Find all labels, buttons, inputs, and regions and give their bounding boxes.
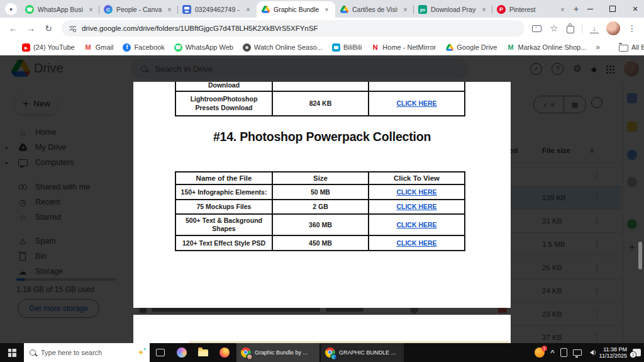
document-heading: #14. Photoshop Powerpack Collection bbox=[133, 130, 511, 144]
facebook-icon: f bbox=[123, 43, 131, 52]
firefox-icon bbox=[219, 348, 230, 358]
page2-banner-edge bbox=[189, 341, 509, 343]
column-header-name: Name of the File bbox=[175, 172, 272, 184]
tab-search-chevron-icon[interactable] bbox=[5, 3, 17, 15]
tab-close-icon[interactable] bbox=[244, 6, 252, 14]
bookmark-label: Home - NetMirror bbox=[382, 43, 436, 51]
click-here-link[interactable]: CLICK HERE bbox=[396, 239, 436, 247]
restore-button[interactable] bbox=[601, 0, 624, 18]
tab-close-icon[interactable] bbox=[87, 6, 95, 14]
file-name-cell: 150+ Infographic Elements: bbox=[175, 184, 272, 200]
bookmark-facebook[interactable]: f Facebook bbox=[123, 43, 164, 52]
file-name-cell: 120+ Text Effect Style PSD bbox=[175, 235, 272, 251]
bing-sparkle-icon: ✦ bbox=[138, 348, 144, 357]
start-button[interactable] bbox=[0, 343, 24, 362]
volume-icon[interactable] bbox=[587, 350, 594, 355]
all-bookmarks-button[interactable]: All Bookmarks bbox=[619, 43, 644, 52]
browser-tab-whatsapp[interactable]: WhatsApp Busin bbox=[21, 1, 99, 18]
browser-menu-icon[interactable] bbox=[628, 20, 636, 37]
hidden-icons-chevron[interactable]: ^ bbox=[550, 349, 554, 356]
bookmarks-overflow-icon[interactable] bbox=[596, 43, 600, 52]
column-header-view: Click To View bbox=[369, 172, 465, 184]
bookmark-label: (24) YouTube bbox=[33, 43, 75, 51]
profile-mini-badge bbox=[331, 354, 337, 360]
file-size-cell: 360 MB bbox=[272, 214, 369, 235]
tray-app-icon[interactable]: 1 bbox=[535, 348, 545, 358]
window-controls bbox=[579, 0, 644, 18]
click-here-link[interactable]: CLICK HERE bbox=[396, 221, 436, 229]
file-size-cell: 2 GB bbox=[272, 200, 369, 214]
click-here-cell: CLICK HERE bbox=[369, 91, 465, 116]
minimize-button[interactable] bbox=[579, 0, 601, 18]
browser-tab-pexels[interactable]: px Download Praye bbox=[414, 1, 492, 18]
google-drive-icon bbox=[445, 43, 453, 52]
install-app-icon[interactable] bbox=[532, 25, 541, 32]
time-text: 11:38 PM bbox=[599, 346, 627, 353]
network-icon[interactable] bbox=[573, 349, 582, 356]
preview-scrollbar-thumb[interactable] bbox=[638, 242, 642, 269]
copilot-button[interactable] bbox=[171, 343, 192, 362]
browser-tab-graphic-bundle-active[interactable]: Graphic Bundle | bbox=[257, 1, 335, 18]
taskbar-task-chrome-bundle[interactable]: GRAPHIC BUNDLE ... bbox=[321, 343, 404, 362]
tab-close-icon[interactable] bbox=[558, 6, 567, 14]
click-here-link[interactable]: CLICK HERE bbox=[396, 188, 436, 196]
browser-toolbar: drive.google.com/drive/folders/1UBftGjgc… bbox=[0, 18, 644, 39]
bookmark-watch-online[interactable]: Watch Online Seaso... bbox=[243, 43, 323, 52]
copilot-icon bbox=[177, 348, 187, 358]
tab-close-icon[interactable] bbox=[323, 6, 331, 14]
taskbar-search-box[interactable]: Type here to search ✦ bbox=[24, 343, 150, 362]
tab-close-icon[interactable] bbox=[480, 6, 488, 14]
bilibili-icon bbox=[332, 43, 340, 52]
film-icon bbox=[243, 43, 251, 52]
browser-tab-printer[interactable]: 03249462749 - bbox=[178, 1, 257, 18]
netmirror-icon: N bbox=[371, 43, 379, 52]
whatsapp-icon bbox=[25, 5, 34, 14]
tab-close-icon[interactable] bbox=[165, 6, 174, 14]
table-cell bbox=[369, 82, 465, 91]
browser-tab-cartoes[interactable]: Cartões de Visit bbox=[335, 1, 414, 18]
browser-tab-canva[interactable]: C People - Canva bbox=[99, 1, 178, 18]
tab-close-icon[interactable] bbox=[401, 6, 409, 14]
bookmark-bilibili[interactable]: BiliBili bbox=[332, 43, 362, 52]
taskbar-clock[interactable]: 11:38 PM 11/12/2025 bbox=[599, 346, 627, 359]
tab-title: WhatsApp Busin bbox=[38, 6, 83, 13]
profile-mini-avatar bbox=[247, 354, 253, 360]
pexels-icon: px bbox=[418, 5, 427, 14]
profile-avatar[interactable] bbox=[606, 21, 620, 35]
page-content: Drive Search in Drive New bbox=[0, 55, 644, 343]
extensions-icon[interactable] bbox=[567, 26, 574, 33]
close-button[interactable] bbox=[624, 0, 644, 18]
bookmark-youtube[interactable]: (24) YouTube bbox=[22, 43, 75, 52]
action-center-badge: 1 bbox=[630, 351, 636, 358]
browser-window: WhatsApp Busin C People - Canva 03249462… bbox=[0, 0, 644, 362]
address-bar[interactable]: drive.google.com/drive/folders/1UBftGjgc… bbox=[62, 20, 525, 37]
bookmark-star-icon[interactable] bbox=[549, 20, 559, 37]
firefox-button[interactable] bbox=[214, 343, 235, 362]
bookmark-label: Facebook bbox=[134, 43, 164, 51]
pinterest-icon: P bbox=[497, 5, 506, 14]
document-page-2 bbox=[133, 315, 511, 343]
click-here-link[interactable]: CLICK HERE bbox=[396, 203, 436, 210]
forward-button[interactable] bbox=[23, 20, 39, 37]
bookmark-whatsapp-web[interactable]: WhatsApp Web bbox=[174, 43, 233, 52]
back-button[interactable] bbox=[5, 20, 21, 37]
bookmark-markaz[interactable]: M Markaz Online Shop... bbox=[506, 43, 586, 52]
downloads-icon[interactable] bbox=[590, 24, 599, 33]
tablet-mode-icon[interactable] bbox=[560, 348, 567, 357]
new-tab-button[interactable] bbox=[574, 2, 579, 16]
action-center-icon[interactable]: 1 bbox=[633, 349, 641, 356]
task-label: GRAPHIC BUNDLE ... bbox=[339, 349, 396, 356]
reload-button[interactable] bbox=[40, 20, 57, 37]
browser-tab-pinterest[interactable]: P Pinterest bbox=[492, 1, 571, 18]
bookmark-gmail[interactable]: M Gmail bbox=[84, 43, 114, 52]
site-settings-icon[interactable] bbox=[69, 26, 76, 31]
tab-title: 03249462749 - bbox=[195, 6, 240, 13]
bookmark-label: Google Drive bbox=[457, 43, 497, 51]
bookmark-netmirror[interactable]: N Home - NetMirror bbox=[371, 43, 436, 52]
click-here-link[interactable]: CLICK HERE bbox=[396, 99, 436, 107]
task-view-button[interactable] bbox=[150, 343, 171, 362]
bookmark-google-drive[interactable]: Google Drive bbox=[445, 43, 497, 52]
file-size-cell: 824 KB bbox=[272, 91, 369, 116]
taskbar-task-chrome-drive[interactable]: Graphic Bundle by ... bbox=[236, 343, 319, 362]
file-explorer-button[interactable] bbox=[192, 343, 214, 362]
